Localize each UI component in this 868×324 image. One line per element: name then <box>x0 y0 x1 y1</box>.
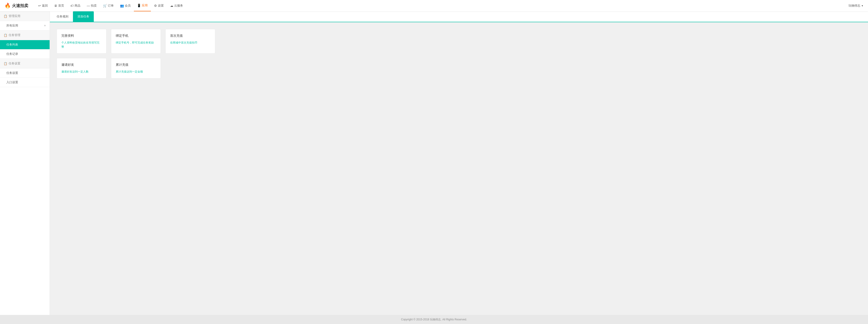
nav-right: 玩物得志 ▼ <box>848 4 864 8</box>
nav-label-cloud: 云服务 <box>174 4 183 8</box>
content-area: 任务规则添加任务 完善资料 个人资料收货地址姓名等填写完整 绑定手机 绑定手机号… <box>50 11 868 315</box>
nav-label-products: 商品 <box>74 4 81 8</box>
sidebar-label-entry-config: 入口设置 <box>6 80 18 84</box>
username-label: 玩物得志 <box>848 4 860 8</box>
task-card-desc-invite-friends: 邀请好友达到一定人数 <box>61 69 102 74</box>
section-icon-manage-apps: 📋 <box>4 14 7 18</box>
tab-bar: 任务规则添加任务 <box>50 11 868 22</box>
task-card-title-invite-friends: 邀请好友 <box>61 63 102 67</box>
nav-icon-products: 🏷 <box>70 4 73 7</box>
nav-icon-orders: 🛒 <box>103 4 107 7</box>
sidebar-label-task-record: 任务记录 <box>6 52 18 56</box>
sidebar-section-task-manage: 📋任务管理 <box>0 30 50 40</box>
header: 🔥 火速拍卖 ↩返回🖥首页🏷商品—拍卖🛒订单👥会员📱应用⚙设置☁云服务 玩物得志… <box>0 0 868 11</box>
sidebar-item-task-config[interactable]: 任务设置 <box>0 68 50 78</box>
nav-item-members[interactable]: 👥会员 <box>117 0 134 11</box>
user-dropdown-arrow: ▼ <box>861 4 864 7</box>
section-title-task-settings: 任务设置 <box>9 61 21 65</box>
nav-icon-members: 👥 <box>120 4 124 7</box>
sidebar-label-task-list: 任务列表 <box>6 42 18 47</box>
tab-task-rules[interactable]: 任务规则 <box>52 11 73 22</box>
sidebar-item-all-apps[interactable]: 所有应用+ <box>0 21 50 30</box>
tab-label-add-task: 添加任务 <box>78 15 89 18</box>
sidebar: 📋管理应用所有应用+📋任务管理任务列表任务记录📋任务设置任务设置入口设置 <box>0 11 50 315</box>
footer: Copyright © 2015-2018 玩物得志. All Rights R… <box>0 315 868 324</box>
task-card-title-complete-profile: 完善资料 <box>61 34 102 38</box>
nav-item-settings[interactable]: ⚙设置 <box>151 0 167 11</box>
sidebar-label-task-config: 任务设置 <box>6 71 18 75</box>
nav-item-cloud[interactable]: ☁云服务 <box>167 0 186 11</box>
section-title-manage-apps: 管理应用 <box>9 14 21 18</box>
nav-icon-settings: ⚙ <box>154 4 157 7</box>
logo-icon: 🔥 <box>4 3 11 9</box>
nav-icon-apps: 📱 <box>137 4 141 7</box>
nav-item-auction[interactable]: —拍卖 <box>84 0 100 11</box>
task-card-title-first-recharge: 首次充值 <box>170 34 211 38</box>
nav-item-orders[interactable]: 🛒订单 <box>100 0 117 11</box>
nav-label-auction: 拍卖 <box>91 4 97 8</box>
task-card-invite-friends[interactable]: 邀请好友 邀请好友达到一定人数 <box>57 58 106 79</box>
nav-item-products[interactable]: 🏷商品 <box>67 0 84 11</box>
sidebar-section-task-settings: 📋任务设置 <box>0 59 50 68</box>
section-icon-task-settings: 📋 <box>4 62 7 65</box>
task-card-complete-profile[interactable]: 完善资料 个人资料收货地址姓名等填写完整 <box>57 29 106 54</box>
main-layout: 📋管理应用所有应用+📋任务管理任务列表任务记录📋任务设置任务设置入口设置 任务规… <box>0 11 868 315</box>
nav-label-members: 会员 <box>125 4 131 8</box>
task-card-grid: 完善资料 个人资料收货地址姓名等填写完整 绑定手机 绑定手机号，即可完成任务奖励… <box>57 29 220 79</box>
task-card-title-bind-phone: 绑定手机 <box>116 34 156 38</box>
sidebar-item-task-list[interactable]: 任务列表 <box>0 40 50 50</box>
sidebar-item-task-record[interactable]: 任务记录 <box>0 50 50 59</box>
nav-label-orders: 订单 <box>108 4 114 8</box>
task-card-cumulative-recharge[interactable]: 累计充值 累计充值达到一定金额 <box>111 58 161 79</box>
nav-label-home: 首页 <box>58 4 64 8</box>
task-add-content: 完善资料 个人资料收货地址姓名等填写完整 绑定手机 绑定手机号，即可完成任务奖励… <box>50 22 868 85</box>
main-nav: ↩返回🖥首页🏷商品—拍卖🛒订单👥会员📱应用⚙设置☁云服务 <box>35 0 848 11</box>
sidebar-section-manage-apps: 📋管理应用 <box>0 11 50 21</box>
nav-item-home[interactable]: 🖥首页 <box>51 0 67 11</box>
task-card-title-cumulative-recharge: 累计充值 <box>116 63 156 67</box>
nav-icon-auction: — <box>87 4 90 7</box>
sidebar-item-entry-config[interactable]: 入口设置 <box>0 78 50 87</box>
user-menu[interactable]: 玩物得志 ▼ <box>848 4 864 8</box>
task-card-bind-phone[interactable]: 绑定手机 绑定手机号，即可完成任务奖励 <box>111 29 161 54</box>
nav-label-back: 返回 <box>42 4 48 8</box>
nav-label-settings: 设置 <box>158 4 164 8</box>
logo[interactable]: 🔥 火速拍卖 <box>4 3 28 9</box>
logo-text: 火速拍卖 <box>12 3 28 8</box>
sidebar-label-all-apps: 所有应用 <box>6 24 18 28</box>
tab-label-task-rules: 任务规则 <box>57 15 68 18</box>
task-card-desc-complete-profile: 个人资料收货地址姓名等填写完整 <box>61 40 102 49</box>
section-title-task-manage: 任务管理 <box>9 33 21 37</box>
plus-icon-all-apps[interactable]: + <box>44 24 46 28</box>
nav-icon-home: 🖥 <box>54 4 57 7</box>
task-card-first-recharge[interactable]: 首次充值 在商城中首次充值拍币 <box>165 29 215 54</box>
task-card-desc-cumulative-recharge: 累计充值达到一定金额 <box>116 69 156 74</box>
nav-icon-back: ↩ <box>38 4 41 7</box>
section-icon-task-manage: 📋 <box>4 34 7 37</box>
tab-add-task[interactable]: 添加任务 <box>73 11 94 22</box>
nav-item-back[interactable]: ↩返回 <box>35 0 51 11</box>
task-card-desc-bind-phone: 绑定手机号，即可完成任务奖励 <box>116 40 156 45</box>
nav-icon-cloud: ☁ <box>170 4 173 7</box>
task-card-desc-first-recharge: 在商城中首次充值拍币 <box>170 40 211 45</box>
copyright-text: Copyright © 2015-2018 玩物得志. All Rights R… <box>401 318 467 322</box>
nav-label-apps: 应用 <box>142 3 148 7</box>
nav-item-apps[interactable]: 📱应用 <box>134 0 151 11</box>
